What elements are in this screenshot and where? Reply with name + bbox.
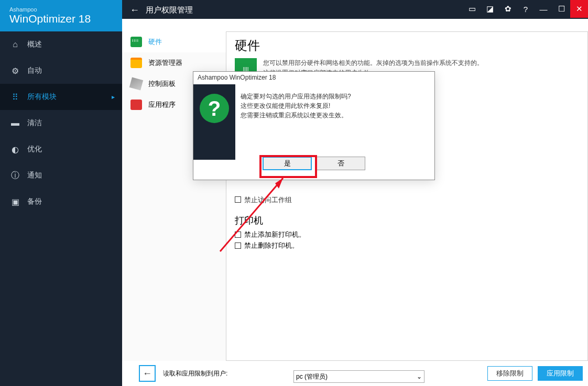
- subnav-item-hardware[interactable]: 硬件: [122, 31, 226, 52]
- brand-area: Ashampoo WinOptimizer 18: [0, 0, 122, 31]
- option-delete-printer: 禁止删除打印机。: [244, 241, 299, 250]
- content-heading: 硬件: [235, 37, 577, 54]
- sidebar: ⌂ 概述 ⚙ 自动 ⠿ 所有模块 ▬ 清洁 ◐ 优化 ⓘ 通知 ▣ 备份: [0, 31, 122, 386]
- home-icon: ⌂: [10, 40, 20, 49]
- sidebar-item-auto[interactable]: ⚙ 自动: [0, 58, 122, 84]
- brand-small: Ashampoo: [9, 6, 122, 13]
- sidebar-item-label: 备份: [27, 197, 42, 206]
- sidebar-item-all-modules[interactable]: ⠿ 所有模块: [0, 84, 122, 110]
- hardware-icon: [130, 37, 142, 47]
- checkbox[interactable]: [235, 231, 241, 238]
- feedback-icon[interactable]: ▭: [463, 0, 481, 18]
- sidebar-item-backup[interactable]: ▣ 备份: [0, 189, 122, 215]
- remove-limit-button[interactable]: 移除限制: [487, 366, 532, 381]
- dialog-yes-button[interactable]: 是: [263, 157, 312, 170]
- checkbox[interactable]: [235, 242, 241, 249]
- explorer-icon: [130, 58, 142, 68]
- subnav-item-label: 控制面板: [148, 79, 176, 89]
- sidebar-item-label: 通知: [27, 171, 42, 180]
- user-select[interactable]: pc (管理员) ⌄: [293, 370, 424, 383]
- option-workgroup: 禁止访问工作组: [244, 195, 292, 205]
- minimize-icon[interactable]: —: [535, 0, 552, 18]
- sidebar-item-optimize[interactable]: ◐ 优化: [0, 136, 122, 162]
- sidebar-item-clean[interactable]: ▬ 清洁: [0, 110, 122, 136]
- control-panel-icon: [129, 77, 143, 90]
- subnav-item-label: 应用程序: [148, 100, 176, 109]
- note-icon[interactable]: ◪: [481, 0, 499, 18]
- help-icon[interactable]: ?: [517, 0, 535, 18]
- sidebar-item-notify[interactable]: ⓘ 通知: [0, 162, 122, 189]
- user-select-value: pc (管理员): [296, 372, 328, 381]
- clean-icon: ▬: [10, 118, 20, 128]
- close-icon[interactable]: ✕: [570, 0, 588, 18]
- subnav-item-explorer[interactable]: 资源管理器: [122, 52, 226, 73]
- gear-icon[interactable]: ✿: [499, 0, 517, 18]
- checkbox[interactable]: [235, 196, 241, 203]
- back-button[interactable]: ←: [139, 365, 156, 382]
- dialog-text: 确定要对勾选的用户应用选择的限制吗? 这些更改仅能使用此软件来复原! 您需要注销…: [235, 84, 356, 160]
- sidebar-item-label: 清洁: [27, 118, 42, 128]
- dialog-no-button[interactable]: 否: [316, 157, 365, 170]
- confirm-dialog: Ashampoo WinOptimizer 18 ? 确定要对勾选的用户应用选择…: [193, 71, 435, 180]
- dialog-icon-area: ?: [193, 84, 235, 160]
- chevron-down-icon: ⌄: [417, 373, 422, 380]
- sidebar-item-label: 自动: [27, 66, 42, 75]
- bottom-bar: ← 读取和应用限制到用户: pc (管理员) ⌄ 移除限制 应用限制: [134, 361, 588, 386]
- question-icon: ?: [200, 94, 229, 123]
- option-add-printer: 禁止添加新打印机。: [244, 230, 306, 239]
- apply-limit-button[interactable]: 应用限制: [538, 366, 583, 381]
- printer-heading: 打印机: [235, 214, 577, 227]
- sidebar-item-label: 所有模块: [27, 92, 57, 102]
- sidebar-item-label: 优化: [27, 145, 42, 154]
- brand-big: WinOptimizer 18: [9, 13, 122, 25]
- backup-icon: ▣: [10, 197, 20, 206]
- modules-icon: ⠿: [10, 92, 20, 102]
- maximize-icon[interactable]: ☐: [552, 0, 570, 18]
- sidebar-item-label: 概述: [27, 40, 42, 49]
- gauge-icon: ◐: [10, 145, 20, 154]
- page-title: 用户权限管理: [146, 5, 193, 15]
- sidebar-item-overview[interactable]: ⌂ 概述: [0, 31, 122, 58]
- subnav-item-label: 资源管理器: [148, 58, 182, 68]
- auto-icon: ⚙: [10, 66, 20, 75]
- subnav-item-label: 硬件: [148, 37, 162, 47]
- dialog-title: Ashampoo WinOptimizer 18: [193, 72, 434, 84]
- apps-icon: [130, 100, 142, 110]
- info-icon: ⓘ: [10, 171, 20, 180]
- back-arrow-icon[interactable]: ←: [130, 5, 139, 16]
- user-label: 读取和应用限制到用户:: [163, 369, 227, 378]
